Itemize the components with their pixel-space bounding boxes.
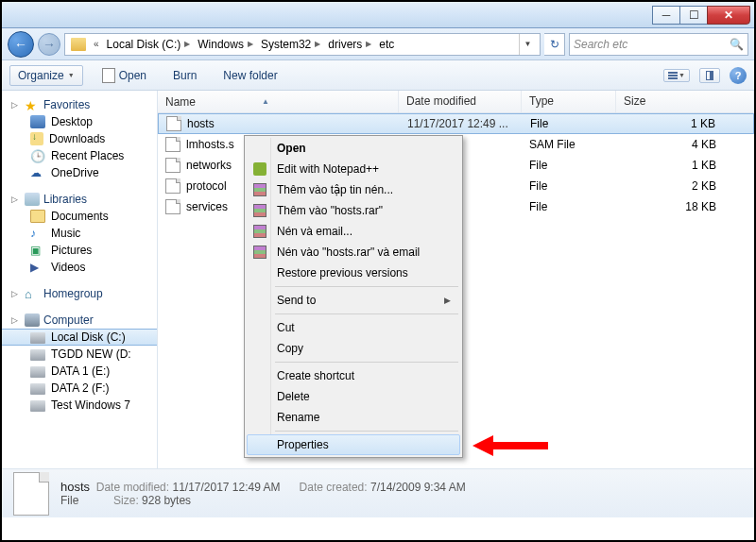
sidebar-item-drive[interactable]: DATA 1 (E:) — [2, 363, 157, 380]
titlebar: ─ ☐ ✕ — [2, 2, 754, 28]
breadcrumb[interactable]: « Local Disk (C:)▶ Windows▶ System32▶ dr… — [64, 33, 541, 56]
sidebar-head-computer[interactable]: ▷Computer — [2, 312, 157, 329]
cloud-icon: ☁ — [30, 166, 45, 179]
sidebar-item-videos[interactable]: ▶Videos — [2, 259, 157, 276]
file-size: 4 KB — [616, 138, 754, 151]
cm-zip-email[interactable]: Nén và email... — [247, 221, 460, 242]
refresh-button[interactable]: ↻ — [544, 33, 565, 56]
open-button[interactable]: Open — [94, 65, 154, 86]
file-type: File — [523, 117, 617, 130]
cm-rename[interactable]: Rename — [247, 407, 460, 428]
sidebar: ▷★Favorites Desktop Downloads 🕒Recent Pl… — [2, 91, 158, 468]
file-type: SAM File — [522, 138, 616, 151]
hdd-icon — [30, 332, 45, 344]
forward-button[interactable]: → — [38, 33, 60, 56]
preview-pane-button[interactable] — [699, 68, 720, 83]
breadcrumb-seg[interactable]: drivers▶ — [324, 34, 375, 55]
sidebar-head-libraries[interactable]: ▷Libraries — [2, 191, 157, 208]
pictures-icon: ▣ — [30, 244, 45, 257]
sidebar-item-downloads[interactable]: Downloads — [2, 130, 157, 147]
file-type: File — [522, 200, 616, 213]
search-input[interactable]: Search etc 🔍 — [569, 33, 748, 56]
winrar-icon — [252, 182, 267, 197]
file-size: 1 KB — [617, 117, 753, 130]
cm-properties[interactable]: Properties — [247, 434, 460, 455]
recent-icon: 🕒 — [30, 149, 45, 162]
hdd-icon — [30, 366, 45, 378]
file-date: 11/17/2017 12:49 ... — [400, 117, 523, 130]
file-row[interactable]: hosts 11/17/2017 12:49 ... File 1 KB — [158, 113, 754, 134]
breadcrumb-seg[interactable]: Windows▶ — [194, 34, 257, 55]
sidebar-item-recent[interactable]: 🕒Recent Places — [2, 147, 157, 164]
sidebar-head-homegroup[interactable]: ▷⌂Homegroup — [2, 285, 157, 302]
cm-cut[interactable]: Cut — [247, 317, 460, 338]
file-icon — [165, 137, 180, 152]
sidebar-item-music[interactable]: ♪Music — [2, 225, 157, 242]
status-filename: hosts — [60, 480, 90, 494]
file-icon — [13, 472, 49, 516]
history-chevron-icon[interactable]: « — [90, 39, 103, 49]
cm-edit-notepad[interactable]: Edit with Notepad++ — [247, 159, 460, 179]
cm-delete[interactable]: Delete — [247, 386, 460, 407]
homegroup-icon: ⌂ — [25, 287, 40, 300]
sidebar-item-drive[interactable]: DATA 2 (F:) — [2, 380, 157, 397]
cm-restore[interactable]: Restore previous versions — [247, 263, 460, 283]
file-size: 2 KB — [616, 179, 754, 193]
help-button[interactable]: ? — [730, 67, 747, 84]
toolbar: Organize▼ Open Burn New folder ▼ ? — [2, 60, 754, 91]
star-icon: ★ — [25, 98, 40, 111]
back-button[interactable]: ← — [8, 31, 34, 58]
maximize-button[interactable]: ☐ — [679, 6, 708, 25]
desktop-icon — [30, 115, 45, 128]
sidebar-item-drive[interactable]: TGDD NEW (D: — [2, 346, 157, 363]
file-size: 18 KB — [616, 200, 754, 213]
column-headers[interactable]: Name▲ Date modified Type Size — [158, 91, 754, 113]
address-bar-row: ← → « Local Disk (C:)▶ Windows▶ System32… — [2, 28, 754, 60]
sidebar-item-pictures[interactable]: ▣Pictures — [2, 242, 157, 259]
burn-button[interactable]: Burn — [165, 66, 204, 85]
search-icon: 🔍 — [730, 38, 744, 51]
new-folder-button[interactable]: New folder — [215, 66, 284, 85]
cm-open[interactable]: Open — [247, 138, 460, 159]
breadcrumb-seg[interactable]: Local Disk (C:)▶ — [103, 34, 195, 55]
minimize-button[interactable]: ─ — [652, 6, 680, 25]
sidebar-head-favorites[interactable]: ▷★Favorites — [2, 96, 157, 113]
cm-copy[interactable]: Copy — [247, 338, 460, 359]
organize-button[interactable]: Organize▼ — [9, 65, 83, 86]
file-name: hosts — [187, 117, 400, 130]
file-icon — [165, 158, 180, 173]
videos-icon: ▶ — [30, 261, 45, 274]
download-icon — [30, 132, 43, 145]
page-icon — [102, 68, 115, 83]
context-menu: Open Edit with Notepad++ Thêm vào tập ti… — [244, 135, 463, 458]
hdd-icon — [30, 349, 45, 361]
close-button[interactable]: ✕ — [707, 6, 750, 25]
file-type: File — [522, 179, 616, 193]
breadcrumb-seg[interactable]: System32▶ — [257, 34, 324, 55]
folder-icon — [71, 38, 86, 51]
cm-zip-hosts-email[interactable]: Nén vào "hosts.rar" và email — [247, 242, 460, 263]
sort-asc-icon: ▲ — [262, 97, 269, 106]
sidebar-item-onedrive[interactable]: ☁OneDrive — [2, 164, 157, 181]
cm-create-shortcut[interactable]: Create shortcut — [247, 365, 460, 386]
sidebar-item-desktop[interactable]: Desktop — [2, 113, 157, 130]
winrar-icon — [252, 224, 267, 239]
sidebar-item-documents[interactable]: Documents — [2, 208, 157, 225]
computer-icon — [25, 313, 40, 327]
sidebar-item-local-disk-c[interactable]: Local Disk (C:) — [2, 329, 157, 346]
file-size: 1 KB — [616, 159, 754, 172]
breadcrumb-dropdown-icon[interactable]: ▼ — [519, 34, 536, 55]
cm-add-hosts-rar[interactable]: Thêm vào "hosts.rar" — [247, 200, 460, 221]
libraries-icon — [25, 193, 40, 206]
breadcrumb-seg[interactable]: etc — [375, 34, 398, 55]
view-button[interactable]: ▼ — [663, 69, 690, 82]
hdd-icon — [30, 400, 45, 412]
cm-send-to[interactable]: Send to▶ — [247, 290, 460, 311]
winrar-icon — [252, 245, 267, 260]
file-icon — [165, 178, 180, 194]
annotation-arrow — [472, 435, 548, 456]
music-icon: ♪ — [30, 227, 45, 240]
cm-add-archive[interactable]: Thêm vào tập tin nén... — [247, 179, 460, 200]
sidebar-item-drive[interactable]: Test Windows 7 — [2, 397, 157, 414]
notepadpp-icon — [252, 161, 267, 177]
